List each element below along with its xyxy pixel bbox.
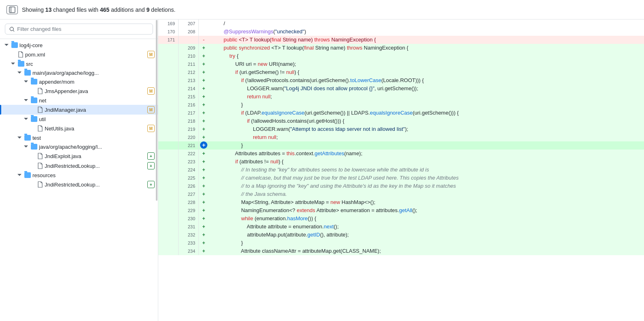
code-row: 170 208 @SuppressWarnings("unchecked")	[158, 28, 644, 36]
file-icon	[37, 153, 43, 159]
tree-item-label: JndiManager.java	[45, 107, 147, 113]
tree-item-label: util	[39, 116, 158, 122]
search-input[interactable]	[17, 26, 149, 32]
file-icon	[37, 88, 43, 94]
file-icon	[37, 181, 43, 188]
code-row-added: 213 + if (!allowedProtocols.contains(uri…	[158, 76, 644, 85]
chevron-down-icon	[10, 61, 16, 67]
tree-item-label: appender/mom	[39, 79, 158, 85]
tree-item-label: pom.xml	[25, 52, 147, 58]
code-row-added: 232 + attributeMap.put(attribute.getID()…	[158, 231, 644, 239]
folder-icon	[11, 42, 18, 48]
chevron-down-icon	[16, 172, 23, 178]
tree-item-appender-mom[interactable]: appender/mom	[0, 77, 158, 86]
modified-badge: M	[147, 125, 155, 132]
code-row: 169 207 /	[158, 20, 644, 28]
tree-item-label: java/org/apache/logging/l...	[39, 144, 158, 150]
code-row-added: 215 + return null;	[158, 93, 644, 101]
tree-item-jms-appender[interactable]: JmsAppender.java M	[0, 86, 158, 96]
tree-item-label: JndiExploit.java	[45, 153, 147, 159]
tree-item-test[interactable]: test	[0, 133, 158, 142]
tree-item-resources[interactable]: resources	[0, 171, 158, 180]
tree-item-net-utils[interactable]: NetUtils.java M	[0, 124, 158, 133]
folder-icon	[18, 61, 24, 67]
added-badge: +	[147, 152, 155, 160]
modified-badge: M	[147, 51, 155, 58]
chevron-down-icon	[23, 116, 29, 122]
tree-item-label: log4j-core	[19, 42, 158, 48]
code-row-added: 233 + }	[158, 239, 644, 247]
folder-icon	[31, 79, 37, 85]
folder-icon	[31, 116, 37, 122]
code-row-added: 209 + public synchronized <T> T lookup(f…	[158, 44, 644, 52]
code-view: 169 207 / 170 208 @SuppressWarnings("unc…	[158, 20, 644, 255]
code-row-added: 224 + // In testing the "key" for attrib…	[158, 166, 644, 174]
tree-item-jndi-exploit[interactable]: JndiExploit.java +	[0, 151, 158, 161]
modified-badge: M	[147, 106, 155, 113]
code-row-added: 212 + if (uri.getScheme() != null) {	[158, 68, 644, 76]
chevron-down-icon	[16, 134, 23, 141]
tree-item-jndi-manager[interactable]: JndiManager.java M	[0, 105, 158, 115]
tree-item-src[interactable]: src	[0, 59, 158, 68]
added-badge: +	[147, 162, 155, 169]
code-panel: 169 207 / 170 208 @SuppressWarnings("unc…	[158, 20, 644, 321]
code-row-added: 220 + return null;	[158, 133, 644, 141]
search-icon	[9, 26, 15, 32]
toggle-sidebar-button[interactable]	[6, 5, 18, 14]
tree-item-log4j-core[interactable]: log4j-core	[0, 41, 158, 50]
code-row-added: 227 + // the Java schema.	[158, 190, 644, 198]
scrollbar-thumb	[156, 20, 157, 201]
file-icon	[37, 125, 43, 132]
chevron-down-icon	[23, 78, 29, 85]
folder-icon	[31, 144, 37, 150]
folder-icon	[31, 98, 37, 103]
svg-rect-0	[9, 7, 15, 13]
tree-item-label: net	[39, 98, 158, 104]
code-row-added: 216 + }	[158, 101, 644, 109]
scrollbar-track[interactable]	[155, 20, 158, 321]
tree-item-main-java[interactable]: main/java/org/apache/logg...	[0, 68, 158, 77]
code-row-added: 218 + if (!allowedHosts.contains(uri.get…	[158, 117, 644, 125]
code-row-deleted: 171 - public <T> T lookup(final String n…	[158, 36, 644, 44]
tree-item-label: src	[26, 61, 158, 67]
code-row-added: 211 + URI uri = new URI(name);	[158, 60, 644, 68]
file-tree: log4j-core pom.xml M src	[0, 39, 158, 321]
tree-item-jndi-restricted-2[interactable]: JndiRestrictedLookup... +	[0, 180, 158, 189]
chevron-down-icon	[16, 69, 23, 76]
main-container: log4j-core pom.xml M src	[0, 20, 644, 321]
chevron-down-icon	[3, 42, 10, 48]
tree-item-label: JndiRestrictedLookup...	[45, 182, 147, 188]
code-row-added: 230 + while (enumeration.hasMore()) {	[158, 215, 644, 223]
tree-item-java-test[interactable]: java/org/apache/logging/l...	[0, 142, 158, 151]
search-bar	[0, 20, 158, 39]
tree-item-pom-xml[interactable]: pom.xml M	[0, 50, 158, 59]
modified-badge: M	[147, 87, 155, 95]
code-row-added: 234 + Attribute classNameAttr = attribut…	[158, 247, 644, 255]
code-row-221: 221 + }	[158, 141, 644, 150]
code-row-added: 217 + if (LDAP.equalsIgnoreCase(uri.getS…	[158, 109, 644, 117]
folder-icon	[24, 135, 31, 141]
code-row-added: 228 + Map<String, Attribute> attributeMa…	[158, 198, 644, 206]
code-row-added: 225 + // camelcase, but that may just be…	[158, 174, 644, 182]
tree-item-net[interactable]: net	[0, 96, 158, 105]
code-row-added: 229 + NamingEnumeration<? extends Attrib…	[158, 206, 644, 215]
top-bar: Showing 13 changed files with 465 additi…	[0, 0, 644, 20]
chevron-down-icon	[23, 97, 29, 104]
code-row-added: 223 + if (attributes != null) {	[158, 158, 644, 166]
summary-text: Showing 13 changed files with 465 additi…	[22, 7, 175, 13]
tree-item-label: JndiRestrictedLookup...	[45, 163, 147, 169]
tree-item-jndi-restricted-1[interactable]: JndiRestrictedLookup... +	[0, 161, 158, 171]
folder-icon	[24, 172, 31, 178]
add-line-button[interactable]: +	[200, 141, 207, 149]
tree-item-util[interactable]: util	[0, 115, 158, 124]
tree-item-label: NetUtils.java	[45, 126, 147, 132]
code-row-added: 210 + try {	[158, 52, 644, 60]
file-icon	[37, 106, 43, 113]
folder-icon	[24, 70, 31, 76]
added-badge: +	[147, 181, 155, 188]
code-row-added: 231 + Attribute attribute = enumeration.…	[158, 223, 644, 231]
code-row-added: 219 + LOGGER.warn("Attempt to access lda…	[158, 125, 644, 133]
code-row-added: 214 + LOGGER.warn("Log4j JNDI does not a…	[158, 85, 644, 93]
chevron-down-icon	[23, 143, 29, 150]
file-icon	[37, 163, 43, 169]
